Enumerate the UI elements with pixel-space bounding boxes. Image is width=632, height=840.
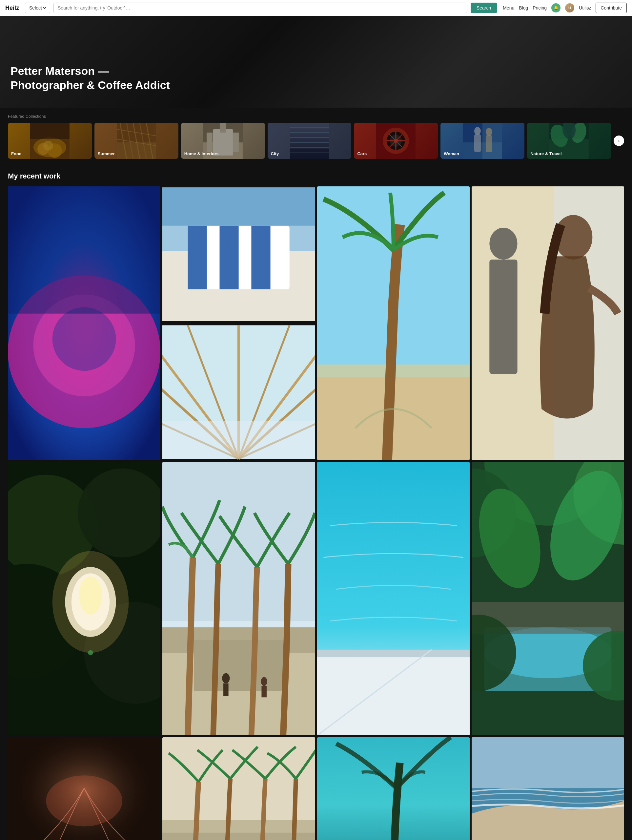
svg-rect-105 [262, 686, 267, 697]
collection-food-label: Food [11, 151, 22, 156]
svg-rect-61 [188, 226, 207, 289]
svg-point-102 [222, 673, 230, 683]
photo-palm-tropical[interactable] [317, 186, 470, 460]
photo-lantern[interactable] [8, 462, 161, 736]
svg-rect-127 [162, 820, 315, 833]
photo-aerial-beach[interactable] [471, 737, 624, 840]
svg-rect-62 [220, 226, 239, 289]
pricing-link[interactable]: Pricing [533, 5, 547, 11]
navbar: Heilz Select Search Menu Blog Pricing 🔔 … [0, 0, 632, 16]
svg-rect-108 [317, 653, 470, 735]
svg-rect-103 [223, 683, 229, 696]
site-logo: Heilz [5, 5, 19, 11]
svg-point-123 [46, 775, 122, 826]
collection-city[interactable]: City [268, 123, 351, 159]
featured-collections-section: Featured Collections Food [0, 107, 632, 164]
svg-rect-57 [8, 186, 161, 314]
collection-city-overlay [268, 123, 351, 159]
collection-food[interactable]: Food [8, 123, 92, 159]
photo-tropical2[interactable] [317, 737, 470, 840]
collection-nature[interactable]: Nature & Travel [527, 123, 611, 159]
photo-grid [8, 186, 624, 840]
collection-summer-label: Summer [98, 151, 115, 156]
collection-city-label: City [271, 151, 279, 156]
photo-beach-chair[interactable] [162, 186, 315, 322]
collection-woman[interactable]: Woman [440, 123, 525, 159]
menu-link[interactable]: Menu [503, 5, 514, 11]
photo-abstract[interactable] [8, 186, 161, 460]
nav-links: Menu Blog Pricing 🔔 U Utilisz Contribute [503, 3, 627, 13]
svg-rect-64 [162, 187, 315, 226]
collections-row: Food Summer [8, 123, 624, 159]
featured-label: Featured Collections [8, 114, 624, 119]
collections-next-arrow[interactable]: › [614, 136, 624, 146]
photo-woman-window[interactable] [471, 186, 624, 460]
category-select[interactable]: Select [28, 5, 47, 11]
hero-content: Petter Materson — Photographer & Coffee … [11, 64, 170, 92]
collection-summer[interactable]: Summer [95, 123, 178, 159]
search-button[interactable]: Search [471, 3, 497, 13]
hero-section: Petter Materson — Photographer & Coffee … [0, 16, 632, 107]
svg-point-96 [88, 650, 93, 655]
collection-home[interactable]: Home & Interiors [181, 123, 265, 159]
svg-rect-74 [489, 259, 517, 374]
contribute-button[interactable]: Contribute [596, 3, 627, 13]
category-select-wrapper[interactable]: Select [25, 3, 50, 13]
photo-pink-palm[interactable] [8, 737, 161, 840]
svg-point-95 [52, 551, 129, 653]
svg-point-104 [261, 677, 267, 686]
collection-home-label: Home & Interiors [184, 151, 219, 156]
blog-link[interactable]: Blog [519, 5, 528, 11]
recent-work-title: My recent work [8, 172, 624, 180]
svg-rect-85 [162, 421, 315, 459]
svg-rect-63 [252, 226, 271, 289]
recent-work-section: My recent work [0, 164, 632, 840]
notification-avatar[interactable]: 🔔 [551, 3, 561, 13]
collection-cars[interactable]: Cars [354, 123, 438, 159]
photo-palms-boulevard[interactable] [162, 462, 315, 736]
collection-woman-label: Woman [444, 151, 459, 156]
photo-palms-walk[interactable] [162, 737, 315, 840]
svg-rect-101 [194, 640, 283, 691]
svg-point-73 [489, 228, 517, 259]
photo-straw-umbrella[interactable] [162, 324, 315, 460]
photo-tropical-garden[interactable] [471, 462, 624, 736]
user-avatar[interactable]: U [565, 3, 574, 13]
search-input[interactable] [54, 3, 467, 13]
user-name-link[interactable]: Utilisz [579, 5, 591, 11]
collection-nature-label: Nature & Travel [530, 151, 561, 156]
svg-rect-109 [317, 649, 470, 657]
svg-point-56 [52, 307, 116, 371]
photo-pool[interactable] [317, 462, 470, 736]
hero-title: Petter Materson — Photographer & Coffee … [11, 64, 170, 92]
hero-overlay [0, 16, 632, 107]
collection-cars-label: Cars [357, 151, 367, 156]
